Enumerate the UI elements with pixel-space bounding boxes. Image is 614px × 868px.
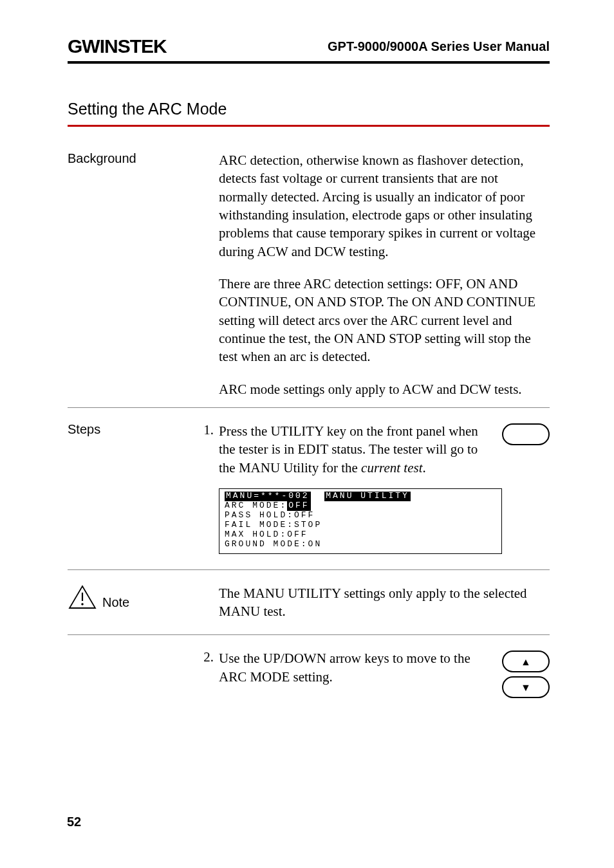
section-title: Setting the ARC Mode [68, 100, 550, 127]
divider [68, 634, 550, 635]
lcd-header-left: MANU=***-002 [225, 492, 311, 501]
divider [68, 569, 550, 570]
lcd-line-fail-mode: FAIL MODE:STOP [225, 521, 496, 530]
steps-label: Steps [68, 422, 200, 555]
up-arrow-key-icon: ▲ [502, 651, 550, 672]
note-text: The MANU UTILITY settings only apply to … [219, 584, 550, 621]
step-1-row: Steps 1. Press the UTILITY key on the fr… [68, 422, 550, 555]
background-para-2: There are three ARC detection settings: … [219, 275, 550, 366]
svg-point-2 [81, 603, 84, 605]
step-1-number: 1. [200, 422, 219, 555]
lcd-arc-mode-value: OFF [287, 501, 310, 511]
page-header: GWINSTEK GPT-9000/9000A Series User Manu… [68, 35, 550, 64]
lcd-line-pass-hold: PASS HOLD:OFF [225, 511, 496, 521]
lcd-line-ground-mode: GROUND MODE:ON [225, 540, 496, 549]
divider [68, 407, 550, 408]
note-row: Note The MANU UTILITY settings only appl… [68, 584, 550, 621]
utility-key-icon [502, 423, 550, 445]
background-para-3: ARC mode settings only apply to ACW and … [219, 380, 550, 398]
step-2-row: 2. Use the UP/DOWN arrow keys to move to… [68, 649, 550, 698]
lcd-display: MANU=***-002 MANU UTILITY ARC MODE:OFF P… [219, 488, 502, 554]
background-block: Background ARC detection, otherwise know… [68, 151, 550, 398]
step-2-text: Use the UP/DOWN arrow keys to move to th… [219, 649, 488, 698]
lcd-line-arc-mode: ARC MODE: [225, 501, 287, 510]
step-1-text: Press the UTILITY key on the front panel… [219, 422, 488, 477]
down-arrow-key-icon: ▼ [502, 676, 550, 698]
brand-logo: GWINSTEK [68, 35, 167, 57]
lcd-line-max-hold: MAX HOLD:OFF [225, 530, 496, 540]
lcd-header-right: MANU UTILITY [324, 492, 411, 501]
warning-icon [68, 584, 97, 610]
note-label: Note [102, 595, 129, 610]
step-2-number: 2. [200, 649, 219, 698]
background-para-1: ARC detection, otherwise known as flasho… [219, 151, 550, 261]
background-label: Background [68, 151, 200, 398]
background-body: ARC detection, otherwise known as flasho… [219, 151, 550, 398]
manual-title: GPT-9000/9000A Series User Manual [328, 39, 550, 54]
page-number: 52 [67, 815, 81, 829]
